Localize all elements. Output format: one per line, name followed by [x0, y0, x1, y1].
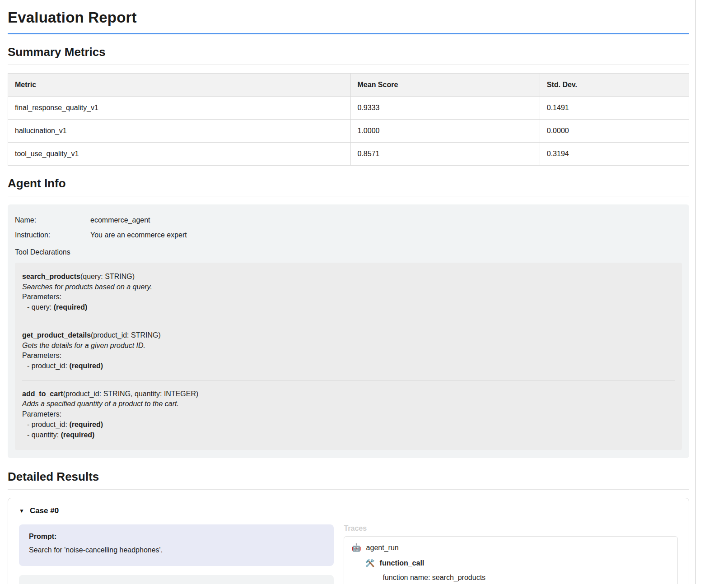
detailed-results-heading: Detailed Results — [8, 470, 689, 490]
prompt-label: Prompt: — [29, 533, 324, 541]
agent-instruction-label: Instruction: — [15, 231, 90, 239]
summary-metrics-table: Metric Mean Score Std. Dev. final_respon… — [8, 73, 689, 166]
case-0-toggle[interactable]: ▼ Case #0 — [19, 506, 678, 515]
agent-name-value: ecommerce_agent — [90, 216, 150, 224]
tool-description: Adds a specified quantity of a product t… — [22, 399, 675, 409]
table-row: hallucination_v1 1.0000 0.0000 — [8, 120, 689, 143]
trace-function-detail: function name: search_products — [383, 574, 485, 582]
tool-signature: add_to_cart(product_id: STRING, quantity… — [22, 389, 675, 399]
trace-row-function-name: function name: search_products — [383, 574, 670, 582]
tools-icon: 🛠️ — [365, 558, 374, 568]
robot-icon: 🤖 — [351, 543, 361, 552]
metric-name-cell: tool_use_quality_v1 — [8, 143, 351, 166]
trace-function-label: function_call — [380, 559, 425, 567]
case-0-body: Prompt: Search for 'noise-cancelling hea… — [19, 524, 678, 584]
tool-args: (product_id: STRING, quantity: INTEGER) — [63, 390, 199, 398]
tool-declaration-search-products: search_products(query: STRING) Searches … — [22, 264, 675, 322]
case-0-left-column: Prompt: Search for 'noise-cancelling hea… — [19, 524, 334, 584]
tool-name: search_products — [22, 273, 80, 280]
tool-name: get_product_details — [22, 331, 91, 339]
std-dev-column-header: Std. Dev. — [540, 74, 689, 97]
case-card: ▼ Case #0 Prompt: Search for 'noise-canc… — [8, 498, 689, 584]
agent-name-label: Name: — [15, 216, 90, 224]
collapse-triangle-icon: ▼ — [19, 508, 24, 514]
table-header-row: Metric Mean Score Std. Dev. — [8, 74, 689, 97]
metric-name-cell: final_response_quality_v1 — [8, 97, 351, 120]
prompt-text: Search for 'noise-cancelling headphones'… — [29, 546, 324, 554]
tool-parameters-label: Parameters: — [22, 351, 675, 361]
final-response-panel-partial — [19, 575, 334, 584]
trace-row-function-call: 🛠️ function_call — [365, 558, 670, 568]
page-frame: Evaluation Report Summary Metrics Metric… — [0, 0, 696, 584]
tool-args: (query: STRING) — [80, 273, 135, 280]
tool-declaration-get-product-details: get_product_details(product_id: STRING) … — [22, 322, 675, 381]
report-viewport: Evaluation Report Summary Metrics Metric… — [0, 0, 728, 584]
param-name: - product_id: — [27, 362, 69, 370]
trace-agent-label: agent_run — [366, 544, 399, 552]
tool-parameters-label: Parameters: — [22, 409, 675, 420]
tool-name: add_to_cart — [22, 390, 63, 398]
summary-metrics-heading: Summary Metrics — [8, 45, 689, 65]
std-dev-cell: 0.0000 — [540, 120, 689, 143]
tool-parameter: - product_id: (required) — [22, 361, 675, 371]
tool-declaration-add-to-cart: add_to_cart(product_id: STRING, quantity… — [22, 381, 675, 450]
table-row: tool_use_quality_v1 0.8571 0.3194 — [8, 143, 689, 166]
tool-parameter: - product_id: (required) — [22, 420, 675, 430]
table-row: final_response_quality_v1 0.9333 0.1491 — [8, 97, 689, 120]
prompt-panel: Prompt: Search for 'noise-cancelling hea… — [19, 524, 334, 566]
tool-parameter: - quantity: (required) — [22, 430, 675, 440]
std-dev-cell: 0.3194 — [540, 143, 689, 166]
mean-score-cell: 0.8571 — [350, 143, 540, 166]
mean-score-column-header: Mean Score — [350, 74, 540, 97]
tool-parameter: - query: (required) — [22, 302, 675, 313]
param-required-flag: (required) — [69, 421, 103, 428]
mean-score-cell: 0.9333 — [350, 97, 540, 120]
metric-name-cell: hallucination_v1 — [8, 120, 351, 143]
case-title: Case #0 — [30, 506, 59, 515]
tool-description: Gets the details for a given product ID. — [22, 341, 675, 351]
tool-declarations-panel: search_products(query: STRING) Searches … — [15, 263, 682, 450]
agent-info-heading: Agent Info — [8, 176, 689, 196]
agent-name-row: Name: ecommerce_agent — [15, 216, 682, 224]
case-0-details: ▼ Case #0 Prompt: Search for 'noise-canc… — [19, 506, 678, 584]
page-title: Evaluation Report — [8, 9, 689, 26]
std-dev-cell: 0.1491 — [540, 97, 689, 120]
tool-description: Searches for products based on a query. — [22, 282, 675, 292]
param-name: - quantity: — [27, 431, 61, 439]
case-0-right-column: Traces 🤖 agent_run 🛠️ function_call — [344, 524, 678, 584]
agent-instruction-row: Instruction: You are an ecommerce expert — [15, 231, 682, 239]
title-divider — [8, 33, 689, 34]
report-content: Evaluation Report Summary Metrics Metric… — [0, 0, 695, 584]
traces-label: Traces — [344, 524, 678, 533]
mean-score-cell: 1.0000 — [350, 120, 540, 143]
tool-args: (product_id: STRING) — [91, 331, 161, 339]
tool-signature: get_product_details(product_id: STRING) — [22, 330, 675, 341]
metric-column-header: Metric — [8, 74, 351, 97]
param-name: - product_id: — [27, 421, 69, 428]
param-name: - query: — [27, 303, 54, 311]
trace-row-agent-run: 🤖 agent_run — [351, 543, 670, 552]
agent-instruction-value: You are an ecommerce expert — [90, 231, 187, 239]
param-required-flag: (required) — [54, 303, 88, 311]
tool-parameters-label: Parameters: — [22, 292, 675, 302]
param-required-flag: (required) — [69, 362, 103, 370]
agent-info-panel: Name: ecommerce_agent Instruction: You a… — [8, 204, 689, 458]
tool-declarations-label: Tool Declarations — [15, 248, 682, 256]
tool-signature: search_products(query: STRING) — [22, 272, 675, 282]
param-required-flag: (required) — [61, 431, 95, 439]
trace-panel: 🤖 agent_run 🛠️ function_call function na… — [344, 536, 678, 584]
